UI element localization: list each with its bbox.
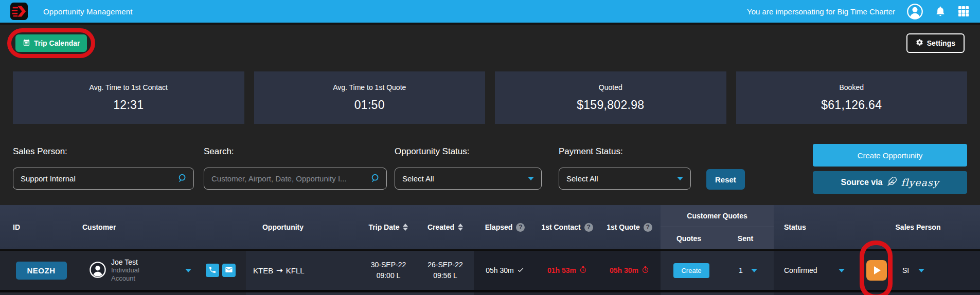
sales-person-input[interactable] [13,168,194,190]
stat-value: 12:31 [113,98,144,112]
sort-icon[interactable] [403,224,408,231]
stat-card-avg-first-quote: Avg. Time to 1st Quote 01:50 [254,71,486,124]
sort-icon[interactable] [458,224,463,231]
help-icon[interactable]: ? [644,223,652,232]
header-quotes: Quotes [661,227,717,249]
trip-calendar-label: Trip Calendar [34,39,80,47]
stat-label: Avg. Time to 1st Contact [90,83,168,91]
header-first-contact-label: 1st Contact [541,223,580,231]
stat-card-booked: Booked $61,126.64 [736,71,968,124]
header-customer-quotes-group: Customer Quotes Quotes Sent [661,205,774,249]
customer-avatar [90,262,106,280]
trip-calendar-button[interactable]: Trip Calendar [15,34,87,52]
header-status: Status [774,205,856,249]
route-origin: KTEB [253,266,273,275]
source-via-flyeasy-button[interactable]: Source via flyeasy [813,171,967,194]
created-time: 09:56 L [433,270,457,281]
status-chevron-down-icon[interactable] [839,269,845,272]
next-row-partial [0,292,980,295]
help-icon[interactable]: ? [584,223,593,232]
first-contact-value: 01h 53m [547,266,576,274]
stat-value: $61,126.64 [821,98,882,112]
status-value: Confirmed [784,266,817,274]
search-filter-label: Search: [204,146,387,157]
header-first-quote-label: 1st Quote [607,223,640,231]
chevron-down-icon [528,177,534,180]
help-icon[interactable]: ? [516,223,525,232]
play-icon [874,266,881,274]
header-trip-date[interactable]: Trip Date [360,205,417,249]
opportunity-status-filter-label: Opportunity Status: [395,146,542,157]
stat-value: $159,802.98 [577,98,644,112]
header-first-contact: 1st Contact ? [536,205,598,249]
payment-status-filter-label: Payment Status: [559,146,691,157]
stat-label: Quoted [599,83,622,91]
source-via-label: Source via [841,178,883,187]
header-elapsed: Elapsed ? [474,205,536,249]
opportunity-status-select[interactable]: Select All [395,168,542,190]
stat-value: 01:50 [354,98,385,112]
opportunity-status-value: Select All [402,174,434,183]
stat-label: Avg. Time to 1st Quote [333,83,406,91]
header-opportunity: Opportunity [206,205,360,249]
search-input[interactable] [204,168,387,190]
header-first-quote: 1st Quote ? [598,205,661,249]
stat-label: Booked [840,83,864,91]
customer-type-line1: Individual [111,266,139,274]
header-sent: Sent [717,227,774,249]
header-elapsed-label: Elapsed [485,223,513,231]
elapsed-value: 05h 30m [486,266,513,274]
sales-person-value: SI [902,266,909,274]
check-icon [517,266,524,275]
table-row: NEOZH Joe Test Individual Account [0,251,980,290]
phone-icon [208,266,217,275]
envelope-icon [225,266,233,275]
start-workflow-play-button[interactable] [866,260,887,281]
stats-row: Avg. Time to 1st Contact 12:31 Avg. Time… [0,71,980,124]
notifications-bell-icon[interactable] [935,6,946,17]
page-title: Opportunity Management [43,7,133,16]
customer-type-line2: Account [111,274,139,283]
header-created[interactable]: Created [417,205,474,249]
table-header: ID Customer Opportunity Trip Date Create… [0,205,980,249]
sales-person-chevron-down-icon[interactable] [918,269,924,272]
created-date: 26-SEP-22 [427,260,462,270]
route-destination: KFLL [286,266,305,275]
trip-time: 09:00 L [377,270,401,281]
trip-date: 30-SEP-22 [371,260,406,270]
payment-status-select[interactable]: Select All [559,168,691,190]
search-icon [370,173,381,186]
customer-name: Joe Test [111,258,139,266]
header-customer: Customer [82,205,206,249]
opportunity-id-button[interactable]: NEOZH [16,262,67,280]
app-grid-icon[interactable] [957,5,970,17]
route-arrow-icon: ➝ [276,266,283,275]
settings-label: Settings [927,39,955,47]
impersonation-banner: You are impersonating for Big Time Chart… [747,7,895,16]
customer-expand-chevron-down-icon[interactable] [185,269,191,272]
user-avatar-icon[interactable] [906,3,923,20]
reset-button[interactable]: Reset [706,169,745,190]
stopwatch-icon [579,266,587,275]
flyeasy-brand-label: flyeasy [901,177,939,188]
sent-chevron-down-icon[interactable] [751,269,757,272]
sales-person-filter-label: Sales Person: [13,146,194,157]
stat-card-quoted: Quoted $159,802.98 [495,71,726,124]
chevron-down-icon [677,177,683,180]
sent-count: 1 [739,266,743,274]
create-opportunity-button[interactable]: Create Opportunity [813,144,967,167]
app-logo [10,3,28,20]
header-sales-person: Sales Person [856,205,980,249]
email-customer-button[interactable] [222,264,236,277]
settings-button[interactable]: Settings [906,33,965,53]
feather-icon [887,176,897,189]
search-icon [177,173,188,186]
gear-icon [916,39,923,48]
stopwatch-icon [642,266,649,275]
top-bar: Opportunity Management You are impersona… [0,0,980,23]
call-customer-button[interactable] [206,264,219,277]
stat-card-avg-first-contact: Avg. Time to 1st Contact 12:31 [13,71,244,124]
create-quote-button[interactable]: Create [673,263,709,278]
calendar-icon [23,39,30,48]
header-created-label: Created [427,223,454,231]
